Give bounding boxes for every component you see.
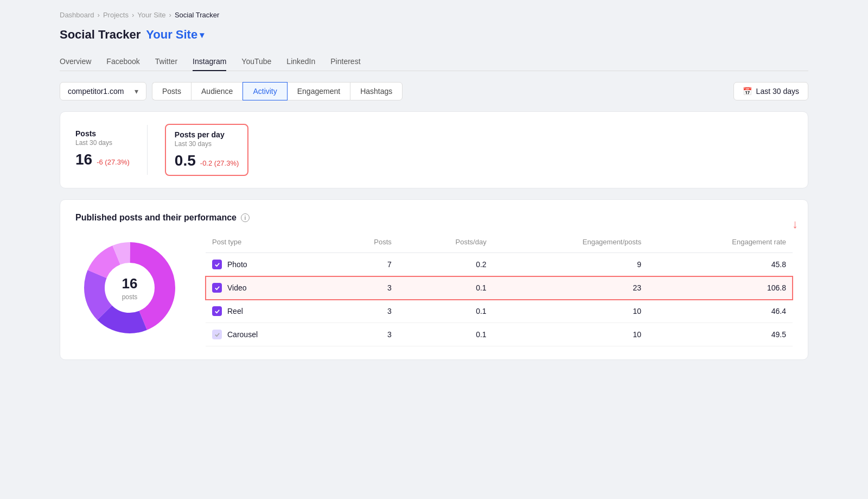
posts-reel: 3 xyxy=(332,300,398,323)
donut-label: posts xyxy=(122,293,138,301)
toolbar: competitor1.com ▾ Posts Audience Activit… xyxy=(60,82,808,100)
posts-carousel: 3 xyxy=(332,323,398,346)
arrow-down-annotation: ↓ xyxy=(792,217,798,231)
filter-buttons: Posts Audience Activity Engagement Hasht… xyxy=(152,82,403,100)
col-engagement-posts: Engagement/posts xyxy=(493,233,648,253)
post-type-cell-carousel: Carousel xyxy=(212,330,326,339)
check-icon xyxy=(214,262,220,268)
col-posts-day: Posts/day xyxy=(398,233,493,253)
type-photo: Photo xyxy=(206,253,332,276)
donut-total: 16 xyxy=(122,275,138,292)
performance-table: Post type Posts Posts/day Engagement/pos… xyxy=(206,233,793,346)
ep-reel: 10 xyxy=(493,300,648,323)
nav-tabs: Overview Facebook Twitter Instagram YouT… xyxy=(60,53,808,71)
check-icon xyxy=(214,285,220,291)
section-title-text: Published posts and their performance xyxy=(75,213,237,223)
type-label-photo: Photo xyxy=(227,260,247,269)
metrics-row: Posts Last 30 days 16 -6 (27.3%) Posts p… xyxy=(75,125,793,175)
metrics-card: Posts Last 30 days 16 -6 (27.3%) Posts p… xyxy=(60,111,808,188)
tab-youtube[interactable]: YouTube xyxy=(241,53,271,71)
tab-instagram[interactable]: Instagram xyxy=(193,53,226,71)
tab-overview[interactable]: Overview xyxy=(60,53,91,71)
ppd-photo: 0.2 xyxy=(398,253,493,276)
checkbox-reel[interactable] xyxy=(212,306,222,316)
filter-audience[interactable]: Audience xyxy=(191,82,242,100)
tab-twitter[interactable]: Twitter xyxy=(155,53,177,71)
tab-pinterest[interactable]: Pinterest xyxy=(330,53,360,71)
col-posts: Posts xyxy=(332,233,398,253)
calendar-icon: 📅 xyxy=(743,87,752,96)
metric-ppd-change: -0.2 (27.3%) xyxy=(200,159,239,167)
post-type-cell-video: Video xyxy=(212,283,326,293)
metric-divider xyxy=(147,125,148,175)
ppd-reel: 0.1 xyxy=(398,300,493,323)
ep-video: 23 xyxy=(493,276,648,300)
filter-activity[interactable]: Activity xyxy=(242,82,287,100)
info-icon[interactable]: i xyxy=(241,213,250,222)
type-reel: Reel xyxy=(206,300,332,323)
type-label-video: Video xyxy=(227,283,247,292)
competitor-dropdown[interactable]: competitor1.com ▾ xyxy=(60,82,146,100)
breadcrumb-projects[interactable]: Projects xyxy=(103,11,129,19)
page-title-row: Social Tracker Your Site ▾ xyxy=(60,28,808,42)
site-dropdown-chevron: ▾ xyxy=(200,30,204,40)
donut-center: 16 posts xyxy=(122,275,138,301)
post-type-cell-reel: Reel xyxy=(212,306,326,316)
type-video: Video xyxy=(206,276,332,300)
col-post-type: Post type xyxy=(206,233,332,253)
filter-posts[interactable]: Posts xyxy=(152,82,191,100)
table-row-reel: Reel 3 0.1 10 46.4 xyxy=(206,300,793,323)
type-label-carousel: Carousel xyxy=(227,330,258,339)
metric-posts-values: 16 -6 (27.3%) xyxy=(75,151,130,168)
ppd-carousel: 0.1 xyxy=(398,323,493,346)
site-name: Your Site xyxy=(146,28,197,42)
metric-ppd-label: Posts per day xyxy=(175,130,239,139)
metric-posts-value: 16 xyxy=(75,151,92,168)
check-icon xyxy=(214,332,220,338)
perf-table: Post type Posts Posts/day Engagement/pos… xyxy=(206,233,793,346)
metric-posts-sublabel: Last 30 days xyxy=(75,139,130,147)
site-selector[interactable]: Your Site ▾ xyxy=(146,28,204,42)
metric-posts: Posts Last 30 days 16 -6 (27.3%) xyxy=(75,125,147,175)
breadcrumb-dashboard[interactable]: Dashboard xyxy=(60,11,94,19)
metric-ppd-sublabel: Last 30 days xyxy=(175,140,239,148)
performance-layout: 16 posts Post type Posts Posts/day Engag… xyxy=(75,233,793,346)
er-reel: 46.4 xyxy=(648,300,793,323)
er-carousel: 49.5 xyxy=(648,323,793,346)
metric-posts-label: Posts xyxy=(75,129,130,138)
table-row-carousel: Carousel 3 0.1 10 49.5 xyxy=(206,323,793,346)
performance-card: Published posts and their performance i xyxy=(60,199,808,360)
date-range-label: Last 30 days xyxy=(756,87,799,96)
date-range-button[interactable]: 📅 Last 30 days xyxy=(733,82,808,100)
page-title: Social Tracker xyxy=(60,28,141,42)
filter-hashtags[interactable]: Hashtags xyxy=(350,82,403,100)
metric-posts-per-day: Posts per day Last 30 days 0.5 -0.2 (27.… xyxy=(165,124,248,176)
checkbox-photo[interactable] xyxy=(212,260,222,269)
breadcrumb-your-site[interactable]: Your Site xyxy=(137,11,165,19)
ep-carousel: 10 xyxy=(493,323,648,346)
er-video: 106.8 xyxy=(648,276,793,300)
ep-photo: 9 xyxy=(493,253,648,276)
tab-linkedin[interactable]: LinkedIn xyxy=(286,53,315,71)
checkbox-carousel[interactable] xyxy=(212,330,222,339)
donut-chart: 16 posts xyxy=(75,233,184,342)
filter-engagement[interactable]: Engagement xyxy=(288,82,350,100)
table-row-video: Video 3 0.1 23 106.8 xyxy=(206,276,793,300)
competitor-value: competitor1.com xyxy=(68,87,124,96)
metric-ppd-value: 0.5 xyxy=(175,152,196,169)
checkbox-video[interactable] xyxy=(212,283,222,293)
metric-ppd-values: 0.5 -0.2 (27.3%) xyxy=(175,152,239,169)
breadcrumb: Dashboard › Projects › Your Site › Socia… xyxy=(60,11,808,19)
competitor-chevron-icon: ▾ xyxy=(135,87,138,96)
col-engagement-rate: Engagement rate ↓ xyxy=(648,233,793,253)
check-icon xyxy=(214,308,220,314)
section-title: Published posts and their performance i xyxy=(75,213,793,223)
post-type-cell-photo: Photo xyxy=(212,260,326,269)
posts-photo: 7 xyxy=(332,253,398,276)
tab-facebook[interactable]: Facebook xyxy=(106,53,139,71)
table-header-row: Post type Posts Posts/day Engagement/pos… xyxy=(206,233,793,253)
metric-posts-change: -6 (27.3%) xyxy=(97,158,130,166)
ppd-video: 0.1 xyxy=(398,276,493,300)
posts-video: 3 xyxy=(332,276,398,300)
type-label-reel: Reel xyxy=(227,307,243,315)
